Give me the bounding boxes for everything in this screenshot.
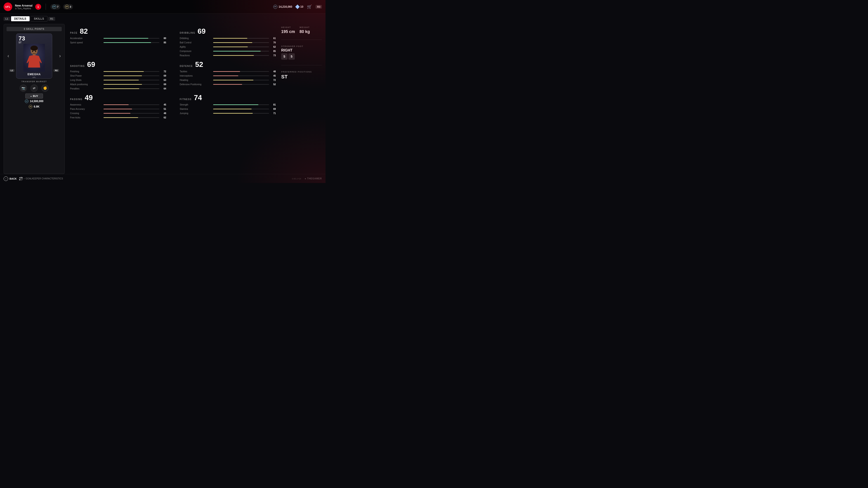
stat-val: 70 — [271, 41, 276, 44]
stat-bar-track — [103, 113, 159, 113]
buy-label: BUY — [33, 95, 38, 97]
compare-icon-btn[interactable]: ⇄ — [31, 85, 38, 92]
right-arrow[interactable]: › — [59, 53, 61, 59]
camera-icon-btn[interactable]: 📷 — [20, 85, 27, 92]
tab-l1[interactable]: L1 — [4, 17, 10, 21]
stat-bar-fill — [103, 38, 148, 39]
stat-cat-value-pace: 82 — [80, 28, 88, 35]
stat-row: Tackles48 — [180, 70, 276, 73]
cart-icon[interactable]: 🛒 — [307, 4, 312, 9]
stat-cat-header-pace: PACE82 — [70, 28, 166, 35]
stat-cat-header-defence: DEFENCE52 — [180, 61, 276, 68]
thegamer-logo: ● THEGAMER — [305, 177, 322, 180]
tab-r1[interactable]: R1 — [49, 17, 55, 21]
stat-bar-fill — [213, 75, 238, 76]
player-icons: 📷 ⇄ ✊ — [20, 85, 49, 92]
stat-cat-passing: PASSING49Awareness45Pass Accuracy51Cross… — [70, 93, 166, 121]
player-card-top: 73 ST — [16, 34, 52, 44]
height-block: HEIGHT 195 cm — [281, 26, 295, 34]
currency-amount: 14,216,060 — [279, 5, 292, 8]
height-weight-row: HEIGHT 195 cm WEIGHT 80 kg — [281, 26, 322, 34]
tab-skills[interactable]: SKILLS — [31, 16, 48, 22]
coin-value: 10 — [301, 5, 303, 8]
stat-row: Penalties64 — [70, 88, 166, 90]
stat-name: Jumping — [180, 112, 211, 115]
stat-bar-track — [103, 104, 159, 105]
stat-val: 45 — [271, 74, 276, 77]
stat-row: Long Shots63 — [70, 79, 166, 81]
stat-row: Jumping71 — [180, 112, 276, 115]
stat-cat-value-defence: 52 — [195, 61, 203, 68]
stat-val: 51 — [161, 108, 166, 110]
stat-bar-fill — [213, 80, 253, 80]
hint-text: GOALKEEPER CHARACTERISTICS — [26, 177, 63, 180]
stat-bar-track — [103, 38, 159, 39]
cp-icon: CP — [52, 5, 56, 9]
stat-bar-track — [103, 42, 159, 43]
stat-name: Strength — [180, 103, 211, 106]
stat-name: Long Shots — [70, 79, 102, 81]
stat-bar-fill — [213, 51, 260, 52]
stat-bar-track — [213, 55, 269, 56]
hint-arrow: › — [24, 177, 25, 180]
stat-val: 69 — [271, 108, 276, 110]
stat-name: Finishing — [70, 70, 102, 73]
stat-row: Interceptions45 — [180, 74, 276, 77]
stat-name: Tackles — [180, 70, 211, 73]
height-label: HEIGHT — [281, 26, 295, 29]
stat-row: Agility62 — [180, 46, 276, 48]
buy-button[interactable]: ▲ BUY — [25, 94, 43, 98]
stat-row: Pass Accuracy51 — [70, 108, 166, 110]
coin-display: 10 — [296, 5, 303, 8]
r3-badge[interactable]: R3 — [315, 5, 322, 8]
team-info: New Arsenal ⊙ Tom_Hopkins — [15, 4, 33, 10]
r2-badge: R2 — [54, 69, 59, 72]
stat-val: 72 — [271, 79, 276, 81]
stat-bar-track — [103, 71, 159, 72]
stat-bar-fill — [103, 84, 142, 85]
cp-value: 7 — [57, 5, 59, 8]
stat-bar-fill — [213, 109, 252, 109]
stat-bar-track — [213, 113, 269, 113]
stat-row: Strength81 — [180, 103, 276, 106]
stat-val: 69 — [161, 74, 166, 77]
stat-cat-name-defence: DEFENCE — [180, 65, 193, 67]
player-card: 73 ST — [16, 33, 52, 78]
stat-bar-track — [103, 109, 159, 109]
stat-row: Crossing48 — [70, 112, 166, 115]
stat-val: 85 — [161, 41, 166, 44]
flag-icon-btn[interactable]: ✊ — [41, 85, 49, 92]
back-button[interactable]: ○ BACK — [4, 176, 17, 181]
version-text: 0.60.1+24 — [292, 177, 301, 180]
foot-block: STRONGER FOOT RIGHT 55 — [281, 45, 322, 60]
stat-cat-header-passing: PASSING49 — [70, 94, 166, 101]
stat-bar-fill — [213, 46, 248, 47]
stat-cat-defence: DEFENCE52Tackles48Interceptions45Heading… — [180, 59, 276, 92]
stat-bar-track — [213, 75, 269, 76]
left-arrow[interactable]: ‹ — [7, 53, 9, 59]
stat-name: Agility — [180, 46, 211, 48]
bottom-right: 0.60.1+24 ● THEGAMER — [292, 177, 322, 180]
currency-display: CP 14,216,060 — [273, 5, 292, 9]
back-circle-icon: ○ — [4, 176, 8, 181]
weight-block: WEIGHT 80 kg — [300, 26, 310, 34]
stat-val: 62 — [161, 116, 166, 119]
stat-cat-pace: PACE82Acceleration80Sprint speed85 — [70, 26, 166, 59]
stat-name: Composure — [180, 50, 211, 53]
stat-cat-dribbling: Dribbling69Dribbling61Ball Control70Agil… — [180, 26, 276, 59]
stat-bar-fill — [103, 117, 138, 118]
stat-bar-fill — [103, 80, 139, 80]
stats-area: PACE82Acceleration80Sprint speed85SHOOTI… — [70, 24, 276, 174]
stat-row: Ball Control70 — [180, 41, 276, 44]
stat-bar-track — [103, 80, 159, 80]
stat-cat-value-passing: 49 — [85, 94, 93, 101]
foot-stars: 55 — [281, 53, 322, 60]
stat-cat-name-pace: PACE — [70, 32, 78, 34]
team-badge: 1 — [35, 4, 41, 10]
stat-bar-fill — [103, 88, 139, 89]
stat-row: Attack positioning69 — [70, 83, 166, 86]
divider-2 — [281, 65, 322, 65]
tab-details[interactable]: DETAILS — [11, 16, 30, 21]
stat-row: Heading72 — [180, 79, 276, 81]
stat-bar-fill — [103, 42, 151, 43]
